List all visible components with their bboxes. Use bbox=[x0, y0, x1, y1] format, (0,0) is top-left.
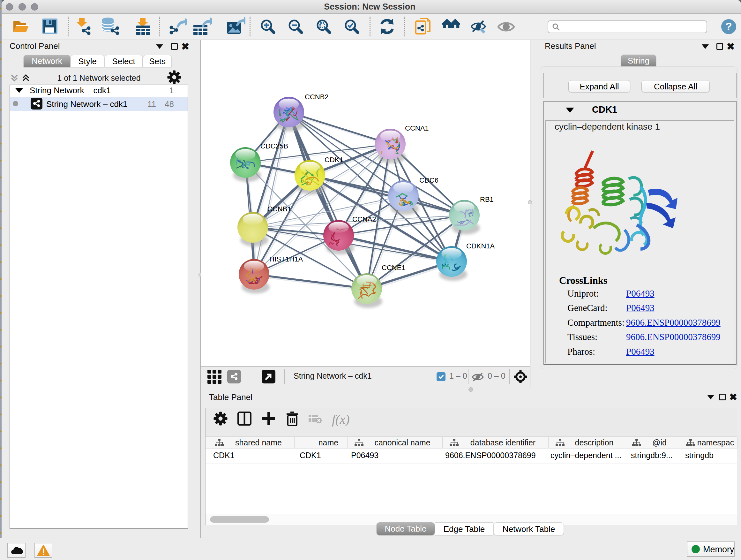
svg-text:CCNB2: CCNB2 bbox=[305, 93, 329, 101]
svg-text:CCNB1: CCNB1 bbox=[267, 205, 291, 213]
svg-text:CCNE1: CCNE1 bbox=[382, 264, 406, 272]
svg-text:CCNA1: CCNA1 bbox=[405, 124, 429, 132]
svg-text:CDC25B: CDC25B bbox=[260, 142, 288, 150]
svg-text:RB1: RB1 bbox=[480, 195, 494, 203]
svg-text:CDC6: CDC6 bbox=[419, 176, 439, 184]
svg-text:CCNA2: CCNA2 bbox=[352, 215, 376, 223]
svg-text:CDKN1A: CDKN1A bbox=[466, 242, 495, 250]
svg-text:HIST1H1A: HIST1H1A bbox=[269, 255, 303, 263]
svg-text:CDK1: CDK1 bbox=[325, 156, 343, 164]
